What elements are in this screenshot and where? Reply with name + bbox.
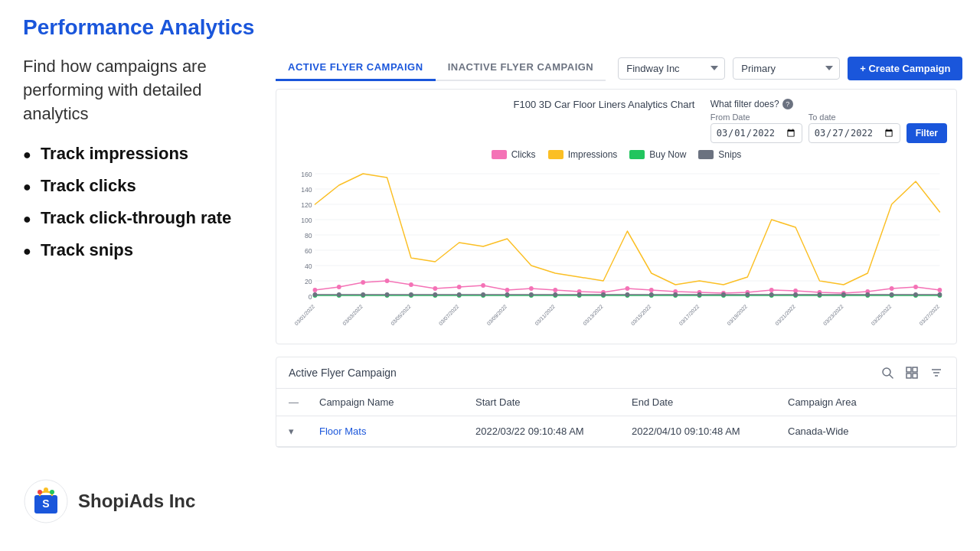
svg-point-88 xyxy=(361,292,365,297)
from-date-group: From Date xyxy=(710,112,802,143)
filter-button[interactable]: Filter xyxy=(906,123,947,143)
svg-point-112 xyxy=(938,292,942,297)
table-title: Active Flyer Campaign xyxy=(289,367,397,379)
svg-point-89 xyxy=(385,292,390,297)
column-header: Start Date xyxy=(475,396,632,408)
type-dropdown[interactable]: PrimarySecondary xyxy=(733,57,840,80)
svg-point-45 xyxy=(626,286,630,291)
table-row: ▾ Floor Mats 2022/03/22 09:10:48 AM 2022… xyxy=(276,416,956,447)
svg-point-90 xyxy=(409,292,413,297)
svg-point-86 xyxy=(313,292,318,297)
svg-point-99 xyxy=(626,292,630,297)
svg-point-106 xyxy=(793,292,798,297)
svg-point-97 xyxy=(577,292,582,297)
svg-text:03/05/2022: 03/05/2022 xyxy=(390,304,412,327)
footer: S ShopiAds Inc xyxy=(23,478,957,524)
table-body: ▾ Floor Mats 2022/03/22 09:10:48 AM 2022… xyxy=(276,416,956,447)
filter-icon[interactable] xyxy=(929,365,944,380)
svg-rect-116 xyxy=(913,367,917,372)
footer-company-name: ShopiAds Inc xyxy=(78,491,195,512)
feature-list: Track impressionsTrack clicksTrack click… xyxy=(23,144,253,260)
svg-point-33 xyxy=(337,285,341,289)
main-layout: Find how campaigns are performing with d… xyxy=(23,55,957,448)
svg-point-91 xyxy=(433,292,437,297)
legend-item: Snips xyxy=(698,149,741,160)
filter-dates: From Date To date Filter xyxy=(710,112,947,143)
svg-point-110 xyxy=(890,292,894,297)
tabs-and-controls: ACTIVE FLYER CAMPAIGNINACTIVE FLYER CAMP… xyxy=(276,55,957,81)
svg-point-103 xyxy=(721,292,726,297)
expand-toggle[interactable]: ▾ xyxy=(289,425,319,437)
campaign-tab[interactable]: ACTIVE FLYER CAMPAIGN xyxy=(276,55,436,81)
svg-point-94 xyxy=(505,292,510,297)
from-date-input[interactable] xyxy=(710,123,802,143)
table-actions xyxy=(880,365,944,380)
to-date-label: To date xyxy=(808,112,900,122)
svg-text:03/25/2022: 03/25/2022 xyxy=(871,304,893,327)
svg-point-127 xyxy=(50,490,54,494)
svg-text:40: 40 xyxy=(305,262,312,270)
controls-row: Findway IncShopiAds Inc PrimarySecondary… xyxy=(618,57,962,80)
column-header: Campaign Area xyxy=(788,396,944,408)
svg-point-39 xyxy=(481,283,485,288)
svg-point-56 xyxy=(890,286,894,291)
svg-text:03/13/2022: 03/13/2022 xyxy=(582,304,604,327)
svg-rect-117 xyxy=(906,373,911,378)
to-date-input[interactable] xyxy=(808,123,900,143)
legend-label: Buy Now xyxy=(649,149,686,160)
page: Performance Analytics Find how campaigns… xyxy=(0,0,980,551)
campaign-tabs: ACTIVE FLYER CAMPAIGNINACTIVE FLYER CAMP… xyxy=(276,55,606,81)
start-date-cell: 2022/03/22 09:10:48 AM xyxy=(475,425,632,437)
from-date-label: From Date xyxy=(710,112,802,122)
column-header: — xyxy=(289,396,319,408)
bullet-item: Track clicks xyxy=(23,176,253,196)
svg-line-114 xyxy=(890,375,893,378)
svg-point-51 xyxy=(769,288,774,292)
svg-text:S: S xyxy=(42,497,49,510)
campaign-table: Active Flyer Campaign xyxy=(276,357,957,448)
svg-point-107 xyxy=(818,292,822,297)
svg-point-93 xyxy=(481,292,485,297)
svg-point-92 xyxy=(457,292,462,297)
svg-text:03/01/2022: 03/01/2022 xyxy=(293,304,315,327)
bullet-item: Track impressions xyxy=(23,144,253,164)
description-text: Find how campaigns are performing with d… xyxy=(23,55,253,126)
svg-text:0: 0 xyxy=(309,293,312,301)
info-icon[interactable]: ? xyxy=(782,99,793,109)
page-title: Performance Analytics xyxy=(23,15,957,40)
campaign-name-cell[interactable]: Floor Mats xyxy=(319,425,475,437)
svg-point-96 xyxy=(553,292,557,297)
search-icon[interactable] xyxy=(880,365,895,380)
svg-point-57 xyxy=(913,285,918,289)
svg-text:20: 20 xyxy=(305,278,312,285)
to-date-group: To date xyxy=(808,112,900,143)
svg-point-105 xyxy=(769,292,774,297)
filter-help: What filter does? ? xyxy=(710,99,947,109)
legend-label: Impressions xyxy=(568,149,618,160)
svg-point-87 xyxy=(337,292,341,297)
svg-point-125 xyxy=(38,490,42,494)
svg-point-102 xyxy=(697,292,702,297)
create-campaign-button[interactable]: + Create Campaign xyxy=(848,57,962,80)
svg-point-37 xyxy=(433,286,437,291)
svg-text:03/21/2022: 03/21/2022 xyxy=(774,304,796,327)
legend-item: Clicks xyxy=(492,149,536,160)
svg-point-35 xyxy=(385,279,390,283)
campaign-tab[interactable]: INACTIVE FLYER CAMPAIGN xyxy=(436,55,606,81)
left-panel: Find how campaigns are performing with d… xyxy=(23,55,253,448)
legend-item: Impressions xyxy=(548,149,618,160)
svg-point-36 xyxy=(409,282,413,287)
company-dropdown[interactable]: Findway IncShopiAds Inc xyxy=(618,57,725,80)
svg-point-42 xyxy=(553,288,557,292)
svg-point-104 xyxy=(745,292,750,297)
svg-point-126 xyxy=(44,487,48,492)
grid-view-icon[interactable] xyxy=(904,365,920,380)
bullet-item: Track click-through rate xyxy=(23,208,253,228)
legend-label: Snips xyxy=(718,149,741,160)
svg-rect-118 xyxy=(913,373,917,378)
svg-point-41 xyxy=(529,286,534,291)
svg-text:03/19/2022: 03/19/2022 xyxy=(726,304,748,327)
svg-text:03/17/2022: 03/17/2022 xyxy=(678,304,701,327)
table-header: Active Flyer Campaign xyxy=(276,357,956,389)
svg-text:100: 100 xyxy=(301,217,312,224)
